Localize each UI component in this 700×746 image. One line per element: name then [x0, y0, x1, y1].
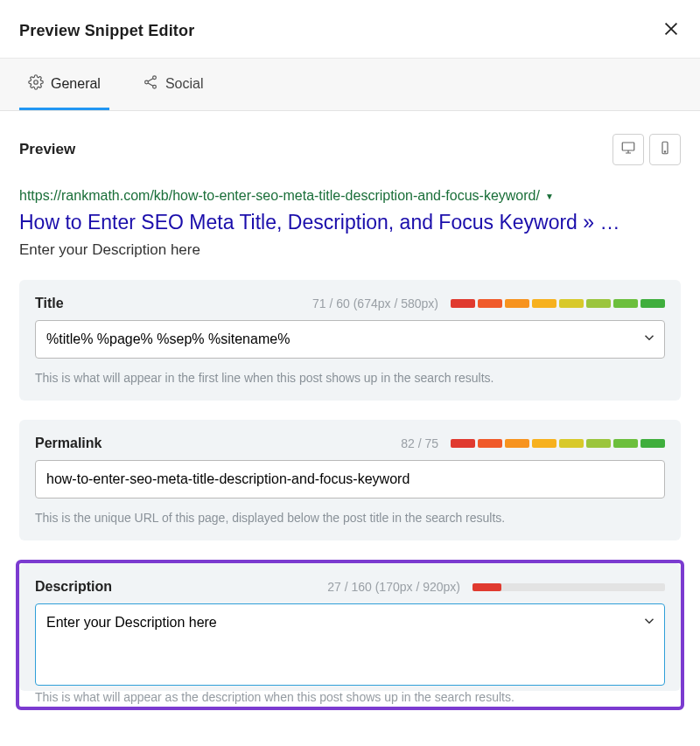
permalink-helper: This is the unique URL of this page, dis…: [35, 511, 665, 525]
description-counter: 27 / 160 (170px / 920px): [327, 580, 460, 594]
title-panel: Title 71 / 60 (674px / 580px) This is wh…: [19, 280, 681, 401]
tab-general[interactable]: General: [19, 59, 109, 110]
title-helper: This is what will appear in the first li…: [35, 371, 665, 385]
serp-preview-url: https://rankmath.com/kb/how-to-enter-seo…: [19, 188, 681, 204]
svg-rect-4: [622, 143, 634, 150]
desktop-icon: [620, 140, 636, 159]
tab-social[interactable]: Social: [134, 59, 213, 110]
title-meter: [451, 299, 665, 308]
description-input-wrap[interactable]: [35, 603, 665, 686]
serp-preview-url-text: https://rankmath.com/kb/how-to-enter-seo…: [19, 188, 540, 204]
serp-preview-title[interactable]: How to Enter SEO Meta Title, Description…: [19, 211, 681, 234]
preview-header-row: Preview: [19, 134, 681, 165]
tab-general-label: General: [51, 76, 101, 92]
description-panel: Description 27 / 160 (170px / 920px): [19, 563, 681, 691]
modal-header: Preview Snippet Editor: [0, 0, 700, 59]
device-toggle: [612, 134, 681, 165]
editor-content: Preview https://rankmath.com/kb/how-to-e…: [0, 111, 700, 729]
title-counter: 71 / 60 (674px / 580px): [312, 296, 438, 310]
description-highlight: Description 27 / 160 (170px / 920px) Th: [16, 560, 684, 710]
title-input[interactable]: [46, 321, 641, 358]
tabs-bar: General Social: [0, 59, 700, 111]
svg-point-0: [34, 80, 38, 85]
url-caret-icon: ▼: [545, 192, 554, 201]
serp-preview-description: Enter your Description here: [19, 241, 681, 259]
desktop-view-button[interactable]: [612, 134, 644, 165]
svg-point-3: [153, 85, 157, 88]
chevron-down-icon[interactable]: [641, 330, 657, 349]
title-input-wrap[interactable]: [35, 320, 665, 359]
mobile-icon: [657, 140, 673, 159]
permalink-input-wrap[interactable]: [35, 460, 665, 498]
svg-point-6: [664, 151, 665, 152]
description-meter: [472, 583, 665, 591]
description-label: Description: [35, 579, 112, 595]
description-helper: This is what will appear as the descript…: [19, 689, 681, 707]
modal-title: Preview Snippet Editor: [19, 22, 194, 40]
chevron-down-icon[interactable]: [641, 613, 657, 632]
permalink-label: Permalink: [35, 436, 102, 451]
permalink-counter: 82 / 75: [401, 436, 438, 450]
svg-point-2: [153, 76, 157, 80]
svg-point-1: [145, 80, 149, 84]
description-textarea[interactable]: [46, 604, 641, 685]
permalink-panel: Permalink 82 / 75 This is the unique URL…: [19, 420, 681, 540]
permalink-meter: [451, 439, 665, 448]
snippet-editor-modal: Preview Snippet Editor General Social Pr…: [0, 0, 700, 729]
share-icon: [143, 74, 158, 94]
title-label: Title: [35, 296, 64, 311]
gear-icon: [28, 74, 44, 94]
tab-social-label: Social: [165, 76, 204, 92]
preview-section-label: Preview: [19, 141, 75, 158]
mobile-view-button[interactable]: [649, 134, 681, 165]
close-icon[interactable]: [662, 19, 681, 42]
permalink-input[interactable]: [46, 461, 657, 498]
